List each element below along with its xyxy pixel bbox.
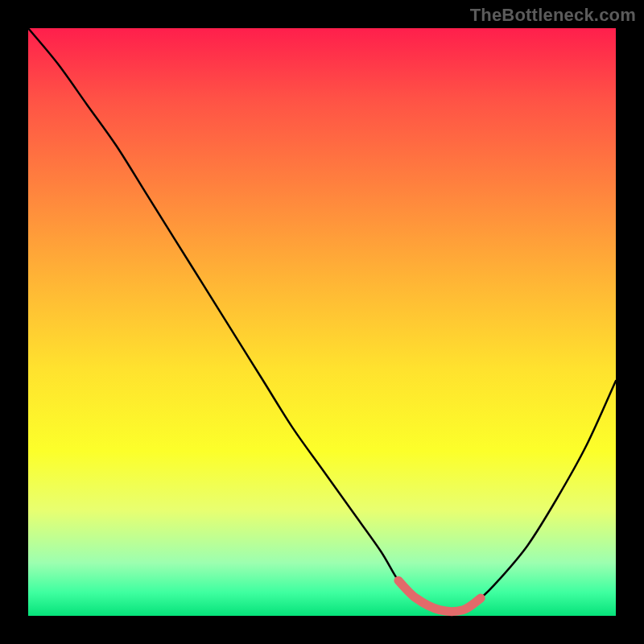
- plot-area: [28, 28, 616, 616]
- watermark-text: TheBottleneck.com: [470, 5, 636, 26]
- bottleneck-curve: [28, 28, 616, 616]
- chart-container: TheBottleneck.com: [0, 0, 644, 644]
